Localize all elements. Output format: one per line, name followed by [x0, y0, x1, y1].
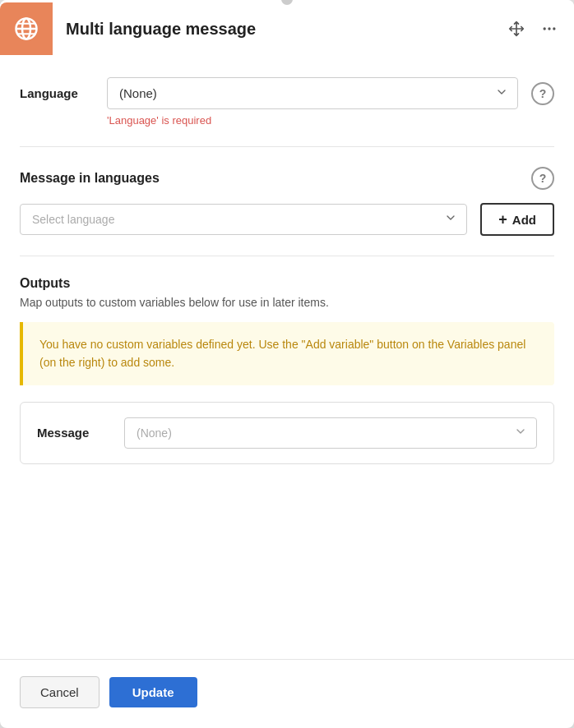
outputs-description: Map outputs to custom variables below fo… [20, 296, 554, 309]
move-icon [508, 21, 525, 37]
update-button[interactable]: Update [109, 677, 197, 707]
language-label: Language [20, 86, 94, 100]
select-language-dropdown[interactable]: Select language [20, 204, 467, 235]
modal-header: Multi language message [0, 0, 574, 58]
language-help-icon[interactable]: ? [531, 82, 554, 105]
more-options-icon [541, 21, 558, 37]
language-section: Language (None) ? 'Language' is required [20, 77, 554, 147]
language-select-wrapper: (None) [107, 77, 518, 109]
message-languages-title: Message in languages [20, 171, 160, 186]
header-actions [505, 17, 561, 40]
modal-footer: Cancel Update [0, 659, 574, 728]
outputs-section: Outputs Map outputs to custom variables … [20, 276, 554, 481]
modal-title: Multi language message [66, 20, 505, 39]
add-language-button[interactable]: + Add [480, 203, 554, 236]
add-plus-icon: + [498, 212, 507, 227]
select-language-wrapper: Select language [20, 204, 467, 235]
outputs-title: Outputs [20, 276, 554, 291]
message-languages-header: Message in languages ? [20, 167, 554, 190]
message-languages-row: Select language + Add [20, 203, 554, 236]
globe-icon [14, 16, 39, 41]
message-output-label: Message [37, 426, 111, 440]
language-select[interactable]: (None) [107, 77, 518, 109]
warning-text: You have no custom variables defined yet… [39, 335, 538, 372]
message-languages-help-icon[interactable]: ? [531, 167, 554, 190]
message-output-select[interactable]: (None) [124, 417, 537, 449]
modal-card: Multi language message Language [0, 0, 574, 728]
move-button[interactable] [505, 17, 528, 40]
message-languages-section: Message in languages ? Select language [20, 167, 554, 256]
header-icon-wrapper [0, 2, 53, 55]
language-error: 'Language' is required [107, 114, 554, 127]
svg-point-6 [548, 27, 550, 30]
warning-box: You have no custom variables defined yet… [20, 322, 554, 385]
message-output-row: Message (None) [20, 402, 554, 464]
modal-body: Language (None) ? 'Language' is required [0, 58, 574, 659]
more-options-button[interactable] [538, 17, 561, 40]
add-button-label: Add [512, 213, 536, 227]
language-row: Language (None) ? [20, 77, 554, 109]
message-output-select-wrapper: (None) [124, 417, 537, 449]
svg-point-7 [553, 27, 555, 30]
cancel-button[interactable]: Cancel [20, 676, 100, 708]
svg-point-5 [544, 27, 546, 30]
